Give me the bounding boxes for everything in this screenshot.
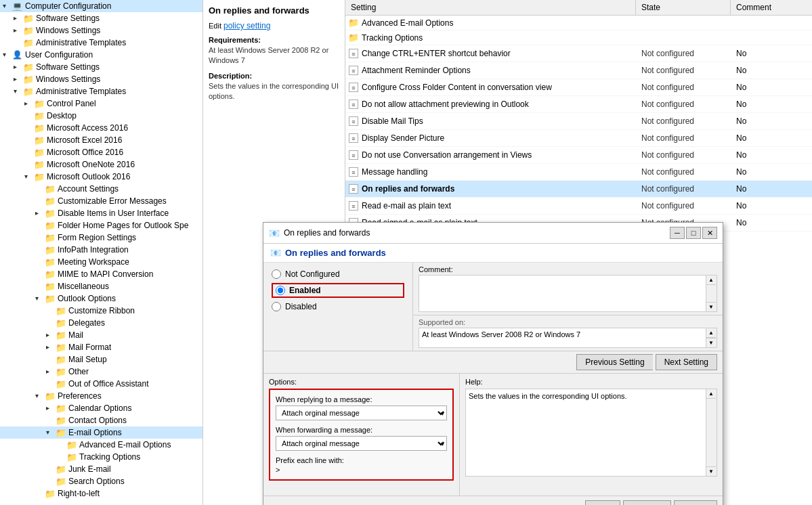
tree-item-mail-format[interactable]: 📁Mail Format (0, 341, 202, 353)
tree-item-comp-admin[interactable]: 📁Administrative Templates (0, 37, 202, 49)
tree-item-miscellaneous[interactable]: 📁Miscellaneous (0, 280, 202, 292)
tree-item-right-to-left[interactable]: 📁Right-to-left (0, 487, 202, 500)
tree-item-tracking-options[interactable]: 📁Tracking Options (0, 451, 202, 463)
setting-row[interactable]: ≡Do not allow attachment previewing in O… (345, 96, 812, 113)
setting-row[interactable]: ≡Display Sender PictureNot configuredNo (345, 130, 812, 147)
tree-item-meeting-workspace[interactable]: 📁Meeting Workspace (0, 256, 202, 268)
dialog-titlebar: 📧 On replies and forwards ─ □ ✕ (263, 223, 723, 244)
setting-row[interactable]: ≡On replies and forwardsNot configuredNo (345, 181, 812, 198)
tree-item-account-settings[interactable]: 📁Account Settings (0, 183, 202, 195)
folder-icon-comp-admin: 📁 (23, 38, 34, 47)
setting-row[interactable]: ≡Read e-mail as plain textNot configured… (345, 198, 812, 215)
reply-select[interactable]: Attach orginal messageDo not include ori… (276, 405, 447, 420)
prev-next-row: Previous Setting Next Setting (263, 351, 723, 374)
comment-textarea[interactable] (419, 275, 706, 312)
apply-button[interactable]: Apply (674, 500, 717, 505)
tree-item-infopath[interactable]: 📁InfoPath Integration (0, 244, 202, 256)
tree-item-user-admin[interactable]: 📁Administrative Templates (0, 85, 202, 97)
forward-label: When forwarding a message: (276, 426, 447, 434)
tree-item-control-panel[interactable]: 📁Control Panel (0, 97, 202, 110)
left-panel: 💻Computer Configuration📁Software Setting… (0, 0, 203, 505)
tree-item-ms-outlook[interactable]: 📁Microsoft Outlook 2016 (0, 171, 202, 183)
setting-row[interactable]: ≡Message handlingNot configuredNo (345, 164, 812, 181)
tree-item-desktop[interactable]: 📁Desktop (0, 110, 202, 122)
setting-name: Disable Mail Tips (359, 114, 636, 128)
chevron-miscellaneous (35, 282, 43, 290)
tree-item-delegates[interactable]: 📁Delegates (0, 317, 202, 329)
chevron-user-software (14, 63, 22, 71)
ok-button[interactable]: OK (585, 500, 620, 505)
tree-item-ms-excel[interactable]: 📁Microsoft Excel 2016 (0, 134, 202, 146)
radio-enabled-container[interactable]: Enabled (272, 283, 404, 298)
setting-row[interactable]: ≡Configure Cross Folder Content in conve… (345, 79, 812, 96)
tree-item-advanced-email[interactable]: 📁Advanced E-mail Options (0, 439, 202, 451)
setting-row[interactable]: ≡Disable Mail TipsNot configuredNo (345, 113, 812, 130)
setting-comment: No (731, 182, 812, 196)
tree-item-mail-setup[interactable]: 📁Mail Setup (0, 353, 202, 366)
tree-item-preferences[interactable]: 📁Preferences (0, 390, 202, 402)
radio-disabled-item[interactable]: Disabled (272, 302, 404, 311)
chevron-tracking-options (57, 453, 65, 461)
tree-item-calendar-options[interactable]: 📁Calendar Options (0, 402, 202, 414)
setting-policy-icon: ≡ (345, 83, 359, 92)
tree-label-mime-mapi: MIME to MAPI Conversion (58, 269, 153, 279)
setting-row[interactable]: ≡Do not use Conversation arrangement in … (345, 147, 812, 164)
tree-item-user-software[interactable]: 📁Software Settings (0, 61, 202, 73)
tree-label-computer-config: Computer Configuration (25, 1, 111, 11)
help-scroll-up[interactable]: ▲ (706, 389, 716, 399)
dialog-subtitle-icon: 📧 (270, 248, 281, 258)
folder-row[interactable]: 📁Tracking Options (345, 30, 812, 45)
supported-scroll-up[interactable]: ▲ (706, 328, 716, 338)
tree-item-disable-items[interactable]: 📁Disable Items in User Interface (0, 207, 202, 219)
tree-item-outlook-options[interactable]: 📁Outlook Options (0, 292, 202, 305)
dialog-restore-button[interactable]: □ (686, 227, 701, 239)
tree-item-user-config[interactable]: 👤User Configuration (0, 49, 202, 61)
comment-scroll-down[interactable]: ▼ (706, 302, 716, 311)
tree-item-out-of-office[interactable]: 📁Out of Office Assistant (0, 378, 202, 390)
folder-icon-calendar-options: 📁 (56, 403, 66, 413)
tree-item-user-windows[interactable]: 📁Windows Settings (0, 73, 202, 85)
folder-icon-meeting-workspace: 📁 (45, 257, 56, 267)
setting-name: Attachment Reminder Options (359, 64, 636, 77)
dialog-close-button[interactable]: ✕ (702, 227, 717, 239)
folder-icon-ms-excel: 📁 (34, 135, 45, 145)
tree-item-ms-office[interactable]: 📁Microsoft Office 2016 (0, 146, 202, 158)
policy-link[interactable]: policy setting (223, 21, 270, 30)
radio-not-configured-item[interactable]: Not Configured (272, 269, 404, 279)
forward-select[interactable]: Attach orginal messageDo not include ori… (276, 436, 447, 451)
dialog-minimize-button[interactable]: ─ (670, 227, 685, 239)
tree-item-email-options[interactable]: 📁E-mail Options (0, 426, 202, 439)
tree-item-mime-mapi[interactable]: 📁MIME to MAPI Conversion (0, 268, 202, 280)
tree-item-customizable-errors[interactable]: 📁Customizable Error Messages (0, 195, 202, 207)
radio-not-configured[interactable] (272, 269, 281, 279)
dialog-title-icon: 📧 (269, 228, 280, 238)
next-setting-button[interactable]: Next Setting (656, 354, 717, 370)
requirements-text: At least Windows Server 2008 R2 or Windo… (209, 45, 339, 66)
tree-item-mail[interactable]: 📁Mail (0, 329, 202, 341)
help-scroll-down[interactable]: ▼ (706, 466, 716, 476)
supported-scroll-down[interactable]: ▼ (706, 338, 716, 347)
radio-disabled[interactable] (272, 302, 281, 311)
comment-scroll-up[interactable]: ▲ (706, 276, 716, 285)
tree-label-mail: Mail (68, 330, 83, 340)
tree-item-customize-ribbon[interactable]: 📁Customize Ribbon (0, 305, 202, 317)
tree-item-form-region[interactable]: 📁Form Region Settings (0, 232, 202, 244)
chevron-delegates (46, 319, 54, 327)
tree-item-ms-access[interactable]: 📁Microsoft Access 2016 (0, 122, 202, 134)
tree-item-junk-email[interactable]: 📁Junk E-mail (0, 463, 202, 475)
tree-item-other[interactable]: 📁Other (0, 366, 202, 378)
tree-item-contact-options[interactable]: 📁Contact Options (0, 414, 202, 426)
folder-row[interactable]: 📁Advanced E-mail Options (345, 16, 812, 30)
tree-item-folder-home[interactable]: 📁Folder Home Pages for Outlook Spe (0, 219, 202, 232)
setting-row[interactable]: ≡Change CTRL+ENTER shortcut behaviorNot … (345, 45, 812, 62)
tree-item-computer-config[interactable]: 💻Computer Configuration (0, 0, 202, 12)
setting-row[interactable]: ≡Attachment Reminder OptionsNot configur… (345, 62, 812, 79)
tree-item-search-options[interactable]: 📁Search Options (0, 475, 202, 487)
tree-item-comp-software[interactable]: 📁Software Settings (0, 12, 202, 24)
tree-item-comp-windows[interactable]: 📁Windows Settings (0, 24, 202, 37)
previous-setting-button[interactable]: Previous Setting (576, 354, 652, 370)
tree-label-mail-format: Mail Format (68, 343, 111, 352)
tree-item-ms-onenote[interactable]: 📁Microsoft OneNote 2016 (0, 158, 202, 171)
radio-enabled[interactable] (276, 286, 285, 295)
cancel-button[interactable]: Cancel (623, 500, 671, 505)
